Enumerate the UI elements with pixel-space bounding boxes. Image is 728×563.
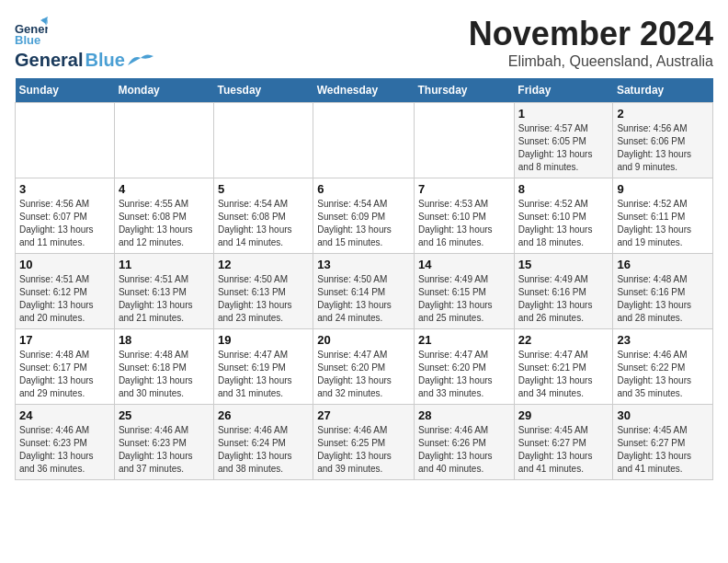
day-number: 13 (317, 258, 410, 271)
day-info: Sunrise: 4:56 AM Sunset: 6:06 PM Dayligh… (617, 122, 709, 174)
day-number: 3 (19, 182, 110, 196)
calendar-cell: 20Sunrise: 4:47 AM Sunset: 6:20 PM Dayli… (313, 329, 415, 405)
calendar-cell: 28Sunrise: 4:46 AM Sunset: 6:26 PM Dayli… (415, 405, 515, 480)
day-number: 9 (617, 182, 709, 196)
day-info: Sunrise: 4:54 AM Sunset: 6:09 PM Dayligh… (317, 198, 410, 249)
calendar-cell: 9Sunrise: 4:52 AM Sunset: 6:11 PM Daylig… (613, 178, 713, 254)
calendar-cell: 4Sunrise: 4:55 AM Sunset: 6:08 PM Daylig… (114, 178, 213, 254)
day-info: Sunrise: 4:57 AM Sunset: 6:05 PM Dayligh… (518, 122, 609, 174)
calendar-cell: 24Sunrise: 4:46 AM Sunset: 6:23 PM Dayli… (16, 405, 115, 480)
calendar-cell: 17Sunrise: 4:48 AM Sunset: 6:17 PM Dayli… (16, 329, 115, 405)
calendar-cell: 10Sunrise: 4:51 AM Sunset: 6:12 PM Dayli… (16, 254, 115, 329)
calendar-cell: 2Sunrise: 4:56 AM Sunset: 6:06 PM Daylig… (613, 103, 713, 178)
calendar-cell: 18Sunrise: 4:48 AM Sunset: 6:18 PM Dayli… (114, 329, 213, 405)
day-info: Sunrise: 4:45 AM Sunset: 6:27 PM Dayligh… (518, 424, 609, 476)
month-title: November 2024 (469, 15, 713, 53)
day-info: Sunrise: 4:46 AM Sunset: 6:25 PM Dayligh… (317, 424, 410, 476)
calendar-week-3: 17Sunrise: 4:48 AM Sunset: 6:17 PM Dayli… (16, 329, 713, 405)
calendar-cell: 26Sunrise: 4:46 AM Sunset: 6:24 PM Dayli… (213, 405, 313, 480)
header-saturday: Saturday (613, 78, 713, 103)
header-monday: Monday (114, 78, 213, 103)
calendar-cell (114, 103, 213, 178)
day-info: Sunrise: 4:46 AM Sunset: 6:24 PM Dayligh… (218, 424, 309, 476)
header-tuesday: Tuesday (213, 78, 313, 103)
logo: General Blue General Blue (15, 15, 154, 71)
day-info: Sunrise: 4:49 AM Sunset: 6:15 PM Dayligh… (418, 273, 510, 325)
day-info: Sunrise: 4:47 AM Sunset: 6:19 PM Dayligh… (218, 349, 309, 400)
calendar-cell: 21Sunrise: 4:47 AM Sunset: 6:20 PM Dayli… (415, 329, 515, 405)
logo-text-general: General (15, 50, 83, 71)
calendar-cell (16, 103, 115, 178)
calendar-table: SundayMondayTuesdayWednesdayThursdayFrid… (15, 78, 713, 480)
day-info: Sunrise: 4:48 AM Sunset: 6:16 PM Dayligh… (617, 273, 709, 325)
day-number: 17 (19, 333, 110, 347)
day-info: Sunrise: 4:50 AM Sunset: 6:13 PM Dayligh… (218, 273, 309, 325)
day-info: Sunrise: 4:52 AM Sunset: 6:10 PM Dayligh… (518, 198, 609, 249)
calendar-cell: 19Sunrise: 4:47 AM Sunset: 6:19 PM Dayli… (213, 329, 313, 405)
calendar-cell: 30Sunrise: 4:45 AM Sunset: 6:27 PM Dayli… (613, 405, 713, 480)
calendar-week-0: 1Sunrise: 4:57 AM Sunset: 6:05 PM Daylig… (16, 103, 713, 178)
day-info: Sunrise: 4:48 AM Sunset: 6:18 PM Dayligh… (119, 349, 210, 400)
day-info: Sunrise: 4:46 AM Sunset: 6:22 PM Dayligh… (617, 349, 709, 400)
day-info: Sunrise: 4:53 AM Sunset: 6:10 PM Dayligh… (418, 198, 510, 249)
day-number: 23 (617, 333, 709, 347)
day-number: 26 (218, 408, 309, 422)
day-number: 6 (317, 182, 410, 196)
calendar-cell (415, 103, 515, 178)
day-number: 1 (518, 107, 609, 121)
day-info: Sunrise: 4:47 AM Sunset: 6:20 PM Dayligh… (418, 349, 510, 400)
day-number: 25 (119, 408, 210, 422)
day-number: 12 (218, 258, 309, 271)
calendar-cell: 12Sunrise: 4:50 AM Sunset: 6:13 PM Dayli… (213, 254, 313, 329)
header-friday: Friday (514, 78, 613, 103)
calendar-week-1: 3Sunrise: 4:56 AM Sunset: 6:07 PM Daylig… (16, 178, 713, 254)
day-number: 21 (418, 333, 510, 347)
svg-text:Blue: Blue (15, 33, 40, 47)
day-info: Sunrise: 4:47 AM Sunset: 6:21 PM Dayligh… (518, 349, 609, 400)
day-number: 30 (617, 408, 709, 422)
day-info: Sunrise: 4:46 AM Sunset: 6:26 PM Dayligh… (418, 424, 510, 476)
day-number: 14 (418, 258, 510, 271)
day-number: 24 (19, 408, 110, 422)
calendar-cell: 27Sunrise: 4:46 AM Sunset: 6:25 PM Dayli… (313, 405, 415, 480)
day-number: 7 (418, 182, 510, 196)
calendar-header-row: SundayMondayTuesdayWednesdayThursdayFrid… (16, 78, 713, 103)
calendar-cell: 22Sunrise: 4:47 AM Sunset: 6:21 PM Dayli… (514, 329, 613, 405)
calendar-cell: 14Sunrise: 4:49 AM Sunset: 6:15 PM Dayli… (415, 254, 515, 329)
day-number: 19 (218, 333, 309, 347)
calendar-cell: 16Sunrise: 4:48 AM Sunset: 6:16 PM Dayli… (613, 254, 713, 329)
day-number: 22 (518, 333, 609, 347)
calendar-cell: 7Sunrise: 4:53 AM Sunset: 6:10 PM Daylig… (415, 178, 515, 254)
day-number: 8 (518, 182, 609, 196)
day-number: 20 (317, 333, 410, 347)
calendar-week-2: 10Sunrise: 4:51 AM Sunset: 6:12 PM Dayli… (16, 254, 713, 329)
calendar-cell: 8Sunrise: 4:52 AM Sunset: 6:10 PM Daylig… (514, 178, 613, 254)
header-thursday: Thursday (415, 78, 515, 103)
day-info: Sunrise: 4:48 AM Sunset: 6:17 PM Dayligh… (19, 349, 110, 400)
calendar-cell: 5Sunrise: 4:54 AM Sunset: 6:08 PM Daylig… (213, 178, 313, 254)
day-number: 11 (119, 258, 210, 271)
day-number: 15 (518, 258, 609, 271)
day-number: 27 (317, 408, 410, 422)
header-sunday: Sunday (16, 78, 115, 103)
day-info: Sunrise: 4:45 AM Sunset: 6:27 PM Dayligh… (617, 424, 709, 476)
location-title: Elimbah, Queensland, Australia (469, 53, 713, 70)
logo-bird-icon (128, 52, 154, 69)
title-block: November 2024 Elimbah, Queensland, Austr… (469, 15, 713, 70)
calendar-cell: 25Sunrise: 4:46 AM Sunset: 6:23 PM Dayli… (114, 405, 213, 480)
calendar-cell (213, 103, 313, 178)
calendar-cell: 13Sunrise: 4:50 AM Sunset: 6:14 PM Dayli… (313, 254, 415, 329)
day-info: Sunrise: 4:51 AM Sunset: 6:13 PM Dayligh… (119, 273, 210, 325)
day-info: Sunrise: 4:50 AM Sunset: 6:14 PM Dayligh… (317, 273, 410, 325)
calendar-cell (313, 103, 415, 178)
day-info: Sunrise: 4:51 AM Sunset: 6:12 PM Dayligh… (19, 273, 110, 325)
day-number: 10 (19, 258, 110, 271)
calendar-cell: 1Sunrise: 4:57 AM Sunset: 6:05 PM Daylig… (514, 103, 613, 178)
day-info: Sunrise: 4:56 AM Sunset: 6:07 PM Dayligh… (19, 198, 110, 249)
calendar-week-4: 24Sunrise: 4:46 AM Sunset: 6:23 PM Dayli… (16, 405, 713, 480)
calendar-cell: 11Sunrise: 4:51 AM Sunset: 6:13 PM Dayli… (114, 254, 213, 329)
header-wednesday: Wednesday (313, 78, 415, 103)
day-number: 16 (617, 258, 709, 271)
day-info: Sunrise: 4:46 AM Sunset: 6:23 PM Dayligh… (19, 424, 110, 476)
day-info: Sunrise: 4:55 AM Sunset: 6:08 PM Dayligh… (119, 198, 210, 249)
